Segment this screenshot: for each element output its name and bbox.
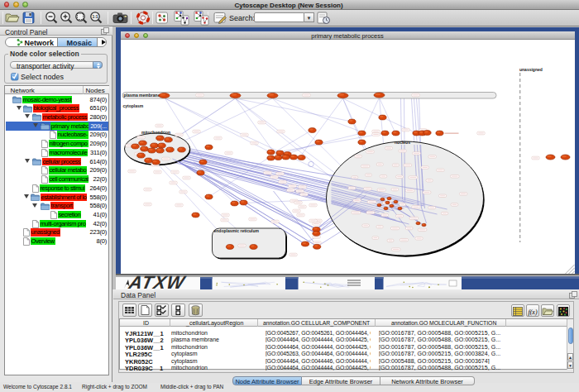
svg-text:f(x): f(x) — [528, 308, 537, 316]
svg-text:nucleus: nucleus — [395, 140, 410, 145]
svg-text:ATXW: ATXW — [127, 275, 188, 290]
svg-text:endoplasmic reticulum: endoplasmic reticulum — [213, 228, 259, 233]
svg-text:mitochondrion: mitochondrion — [141, 130, 170, 135]
svg-text:unassigned: unassigned — [519, 67, 543, 72]
svg-text:1:1: 1:1 — [92, 14, 98, 19]
svg-text:plasma membrane: plasma membrane — [123, 93, 160, 98]
svg-text:cytoplasm: cytoplasm — [122, 103, 143, 108]
